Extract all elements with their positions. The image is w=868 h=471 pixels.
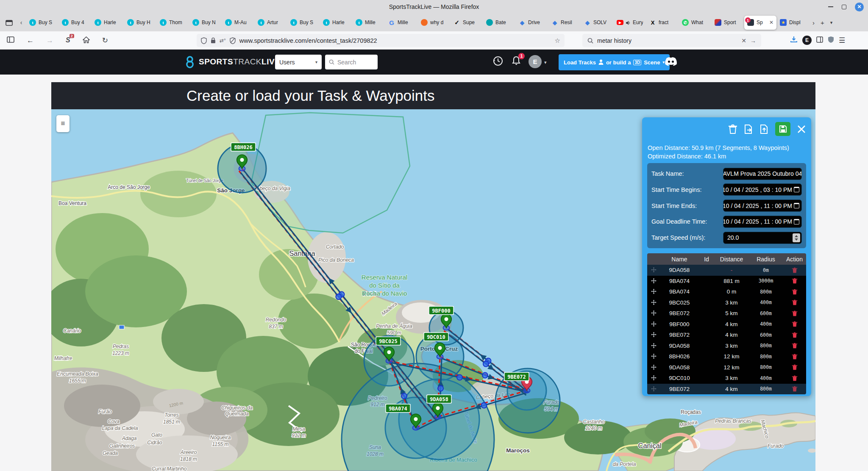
browser-search-value[interactable]: metar history — [597, 37, 632, 44]
tab-close-icon[interactable]: ✕ — [769, 19, 773, 25]
browser-tab-fract[interactable]: Xfract — [646, 16, 679, 30]
lock-icon[interactable] — [211, 37, 216, 44]
tab-audio-icon[interactable] — [626, 20, 630, 25]
url-text[interactable]: www.sportstracklive.com/en/contest_task/… — [239, 37, 551, 44]
waypoint-row-2[interactable]: 9BA0740 m800m — [647, 286, 806, 297]
delete-waypoint-icon[interactable] — [783, 267, 806, 274]
menu-hamburger-icon[interactable]: ☰ — [839, 37, 845, 44]
browser-tab-supe[interactable]: ✓Supe — [451, 16, 483, 30]
bookmark-star-icon[interactable]: ☆ — [555, 37, 560, 44]
browser-tab-thom[interactable]: tThom — [157, 16, 189, 30]
notifications-bell-icon[interactable]: 1 — [511, 55, 521, 68]
import-task-icon[interactable] — [760, 124, 769, 134]
tab-scroll-right-icon[interactable]: › — [812, 19, 815, 26]
waypoint-row-5[interactable]: 9BF0004 km400m — [647, 319, 806, 330]
drag-handle-icon[interactable] — [647, 375, 660, 381]
discord-icon[interactable] — [665, 57, 677, 69]
forward-button[interactable]: → — [46, 37, 53, 44]
history-icon[interactable] — [492, 55, 504, 68]
window-minimize-button[interactable] — [828, 6, 833, 7]
browser-tab-resil[interactable]: ◆Resil — [548, 16, 581, 30]
save-task-button[interactable] — [775, 122, 790, 136]
browser-tab-bate[interactable]: Bate — [483, 16, 515, 30]
task-map[interactable]: SantanaSão JorgeArco de São JorgeTúnel d… — [51, 109, 815, 471]
browser-tab-m-au[interactable]: tM-Au — [222, 16, 254, 30]
url-bar[interactable]: ⇄° www.sportstracklive.com/en/contest_ta… — [197, 34, 565, 47]
waypoint-row-9[interactable]: 9DA05812 km800m — [647, 362, 806, 373]
drag-handle-icon[interactable] — [647, 353, 660, 360]
field-input-1[interactable]: 10 / 04 / 2025 , 03 : 10 PM — [723, 183, 802, 196]
list-tabs-icon[interactable]: ▾ — [830, 20, 833, 25]
field-input-0[interactable]: AVLM Prova 2025 Outubro 04 — [723, 168, 802, 180]
waypoint-row-11[interactable]: 9BE0724 km800m — [647, 384, 806, 395]
drag-handle-icon[interactable] — [647, 386, 660, 392]
firefox-view-icon[interactable] — [3, 16, 15, 29]
browser-tab-mille[interactable]: GMille — [385, 16, 417, 30]
drag-handle-icon[interactable] — [647, 267, 660, 273]
calendar-icon[interactable] — [794, 187, 799, 192]
extension-icon[interactable]: S2 — [66, 36, 70, 44]
calendar-icon[interactable] — [794, 219, 799, 224]
waypoint-row-6[interactable]: 9BE0724 km600m — [647, 330, 806, 341]
browser-tab-buy-s[interactable]: tBuy S — [287, 16, 320, 30]
browser-tab-sport[interactable]: Sport — [712, 16, 744, 30]
delete-waypoint-icon[interactable] — [783, 342, 806, 349]
sportstracklive-logo[interactable]: SPORTSTRACKLIVE — [185, 55, 280, 68]
calendar-icon[interactable] — [794, 203, 799, 208]
delete-waypoint-icon[interactable] — [783, 353, 806, 360]
delete-waypoint-icon[interactable] — [783, 332, 806, 338]
waypoint-row-0[interactable]: 9DA058-0m — [647, 265, 806, 276]
waypoint-row-4[interactable]: 9BE0725 km600m — [647, 308, 806, 319]
drag-handle-icon[interactable] — [647, 321, 660, 327]
close-panel-icon[interactable] — [797, 125, 806, 134]
number-spinner[interactable] — [793, 233, 800, 242]
drag-handle-icon[interactable] — [647, 278, 660, 284]
browser-tab-harle[interactable]: tHarle — [92, 16, 124, 30]
new-tab-button[interactable]: + — [821, 19, 824, 26]
window-close-button[interactable]: ✕ — [855, 3, 864, 11]
browser-tab-drive[interactable]: ◆Drive — [516, 16, 548, 30]
ublock-shield-icon[interactable] — [828, 36, 834, 45]
delete-waypoint-icon[interactable] — [783, 310, 806, 317]
reader-sidebar-icon[interactable] — [816, 36, 823, 44]
route-handle[interactable] — [481, 403, 487, 408]
waypoint-row-1[interactable]: 9BA074881 m3000m — [647, 276, 806, 287]
delete-task-icon[interactable] — [728, 124, 737, 134]
delete-waypoint-icon[interactable] — [783, 277, 806, 284]
route-handle[interactable] — [336, 294, 341, 299]
waypoint-row-10[interactable]: 9DC0103 km400m — [647, 373, 806, 384]
tab-scroll-left-icon[interactable]: ‹ — [16, 19, 26, 26]
route-handle[interactable] — [401, 393, 407, 399]
drag-handle-icon[interactable] — [647, 332, 660, 338]
browser-search-bar[interactable]: metar history ✕ → — [582, 34, 761, 47]
export-task-icon[interactable] — [744, 124, 753, 134]
browser-tab-artur[interactable]: tArtur — [255, 16, 287, 30]
route-handle[interactable] — [483, 361, 489, 367]
field-input-2[interactable]: 10 / 04 / 2025 , 11 : 00 PM — [723, 199, 802, 212]
avatar-chevron-icon[interactable]: ▾ — [544, 60, 547, 65]
shield-disabled-icon[interactable] — [230, 37, 236, 44]
field-input-4[interactable]: 20.0 — [723, 232, 802, 244]
drag-handle-icon[interactable] — [647, 310, 660, 316]
firefox-account-avatar[interactable]: E — [802, 36, 812, 45]
window-maximize-button[interactable] — [842, 5, 846, 9]
waypoint-row-3[interactable]: 9BC0253 km400m — [647, 297, 806, 308]
delete-waypoint-icon[interactable] — [783, 299, 806, 306]
user-avatar[interactable]: E — [529, 55, 542, 68]
drag-handle-icon[interactable] — [647, 288, 660, 295]
sidebar-toggle-icon[interactable] — [7, 36, 14, 44]
browser-tab-harle[interactable]: tHarle — [320, 16, 352, 30]
browser-tab-buy-h[interactable]: tBuy H — [124, 16, 156, 30]
browser-tab-displ[interactable]: ★Displ — [777, 16, 809, 30]
field-input-3[interactable]: 10 / 04 / 2025 , 11 : 00 PM — [723, 216, 802, 228]
delete-waypoint-icon[interactable] — [783, 288, 806, 295]
reload-button[interactable]: ↻ — [102, 37, 108, 44]
drag-handle-icon[interactable] — [647, 343, 660, 349]
route-handle[interactable] — [438, 386, 443, 391]
browser-tab-buy-4[interactable]: tBuy 4 — [59, 16, 91, 30]
browser-tab-buy-s[interactable]: tBuy S — [26, 16, 58, 30]
delete-waypoint-icon[interactable] — [783, 364, 806, 371]
map-menu-button[interactable]: ≡ — [56, 115, 70, 132]
users-dropdown[interactable]: Users ▾ — [275, 55, 322, 69]
browser-tab-buy-n[interactable]: tBuy N — [189, 16, 222, 30]
